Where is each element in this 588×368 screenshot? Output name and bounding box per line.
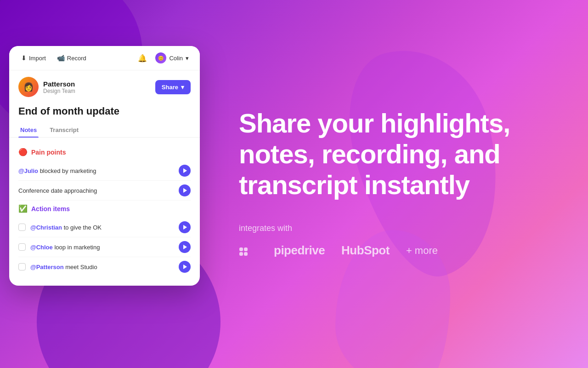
bell-icon: 🔔 [138, 54, 147, 62]
checkbox-2[interactable] [18, 243, 26, 251]
play-triangle-icon [183, 188, 187, 193]
play-button-action-3[interactable] [179, 261, 191, 273]
user-avatar-small: 😊 [155, 52, 166, 63]
user-team: Design Team [43, 88, 75, 94]
play-button-pain-1[interactable] [179, 165, 191, 177]
meeting-title: End of month update [9, 104, 200, 123]
card-header: 👩 Patterson Design Team Share ▾ [9, 70, 200, 104]
pain-points-header: 🔴 Pain points [18, 148, 191, 156]
checkbox-3[interactable] [18, 263, 26, 270]
action-item-3-suffix: meet Studio [65, 264, 97, 270]
user-details: Patterson Design Team [43, 80, 75, 94]
action-item: @Patterson meet Studio [18, 257, 191, 276]
user-menu-button[interactable]: 😊 Colin ▾ [152, 51, 192, 65]
hubspot-logo: HubSpot [341, 243, 390, 258]
record-label: Record [67, 55, 86, 62]
tab-notes-label: Notes [20, 126, 37, 133]
user-info: 👩 Patterson Design Team [18, 77, 75, 97]
right-content: Share your highlights, notes, recording,… [202, 0, 588, 368]
action-item: @Christian to give the OK [18, 218, 191, 237]
pain-item-1-text: @Julio blocked by marketing [18, 167, 179, 174]
share-label: Share [162, 84, 178, 91]
play-button-action-2[interactable] [179, 241, 191, 253]
play-button-action-1[interactable] [179, 221, 191, 233]
checkbox-1[interactable] [18, 224, 26, 231]
chevron-down-icon: ▾ [186, 55, 189, 62]
mention-julio: @Julio [18, 167, 38, 174]
svg-rect-2 [239, 252, 243, 256]
plus-more-label: + more [406, 245, 438, 257]
headline: Share your highlights, notes, recording,… [239, 108, 551, 200]
play-triangle-icon [183, 168, 187, 173]
pain-item-1-suffix: blocked by marketing [40, 167, 96, 174]
integrations-row: pipedrive HubSpot + more [239, 242, 551, 260]
import-button[interactable]: ⬇ Import [17, 52, 51, 64]
integrates-label: integrates with [239, 224, 551, 233]
action-items-icon: ✅ [18, 204, 28, 213]
pain-points-title: Pain points [31, 149, 66, 156]
play-triangle-icon [183, 245, 187, 249]
avatar: 👩 [18, 77, 39, 97]
user-name: Patterson [43, 80, 75, 88]
card-body: 🔴 Pain points @Julio blocked by marketin… [9, 138, 200, 286]
tab-notes[interactable]: Notes [18, 123, 39, 137]
mention-christian: @Christian [30, 224, 62, 231]
action-item-3-text: @Patterson meet Studio [30, 264, 174, 270]
mention-patterson: @Patterson [30, 264, 64, 270]
main-card: ⬇ Import 📹 Record 🔔 😊 Colin ▾ 👩 Patterso… [9, 46, 200, 286]
tab-transcript-label: Transcript [50, 126, 79, 133]
tab-transcript[interactable]: Transcript [48, 123, 80, 137]
svg-rect-3 [244, 252, 248, 256]
record-icon: 📹 [57, 54, 65, 62]
play-triangle-icon [183, 264, 187, 269]
action-item-1-text: @Christian to give the OK [30, 224, 174, 231]
import-icon: ⬇ [21, 54, 27, 62]
list-item: @Julio blocked by marketing [18, 161, 191, 181]
share-chevron-icon: ▾ [181, 84, 184, 91]
user-emoji: 😊 [158, 56, 164, 61]
action-item-2-text: @Chloe loop in marketing [30, 244, 174, 251]
action-items-title: Action items [31, 205, 70, 213]
svg-rect-0 [239, 247, 243, 251]
bell-button[interactable]: 🔔 [135, 51, 150, 65]
share-button[interactable]: Share ▾ [155, 80, 191, 94]
svg-rect-1 [244, 247, 248, 251]
record-button[interactable]: 📹 Record [52, 52, 91, 64]
tabs: Notes Transcript [9, 123, 200, 138]
action-item-2-suffix: loop in marketing [54, 244, 100, 251]
pipedrive-logo: pipedrive [274, 243, 325, 258]
action-items-header: ✅ Action items [18, 204, 191, 213]
pain-points-icon: 🔴 [18, 148, 28, 156]
play-triangle-icon [183, 225, 187, 230]
play-button-pain-2[interactable] [179, 184, 191, 196]
action-item-1-suffix: to give the OK [64, 224, 102, 231]
slack-icon [239, 242, 257, 260]
pain-item-2-text: Conference date approaching [18, 187, 179, 194]
action-item: @Chloe loop in marketing [18, 237, 191, 257]
toolbar: ⬇ Import 📹 Record 🔔 😊 Colin ▾ [9, 46, 200, 70]
import-label: Import [29, 55, 46, 62]
mention-chloe: @Chloe [30, 244, 53, 251]
list-item: Conference date approaching [18, 181, 191, 201]
user-name-label: Colin [169, 55, 183, 62]
